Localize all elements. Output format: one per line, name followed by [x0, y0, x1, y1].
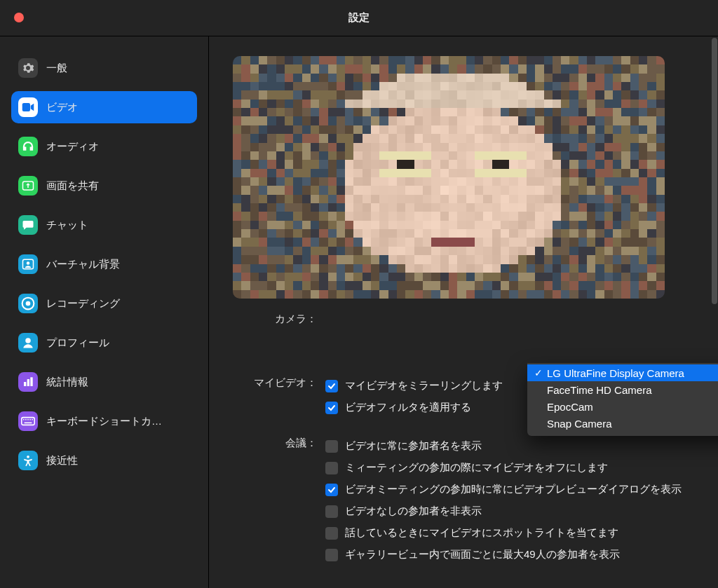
camera-dropdown-option-label: EpocCam: [547, 401, 593, 413]
share-icon: [18, 176, 38, 196]
svg-point-6: [25, 338, 31, 343]
sidebar-item-record[interactable]: レコーディング: [11, 287, 197, 320]
meeting-option-checkbox[interactable]: [325, 549, 338, 561]
close-window-button[interactable]: [14, 13, 24, 22]
svg-point-3: [27, 261, 30, 265]
sidebar-item-label: キーボードショートカ…: [46, 415, 162, 428]
sidebar-item-label: バーチャル背景: [46, 258, 120, 271]
myvideo-option-label: ビデオフィルタを適用する: [345, 401, 471, 414]
camera-dropdown-option[interactable]: ✓LG UltraFine Display Camera: [527, 364, 718, 381]
svg-point-17: [27, 456, 29, 458]
sidebar-item-gear[interactable]: 一般: [11, 52, 197, 84]
scrollbar-thumb[interactable]: [712, 38, 717, 304]
meeting-option-row[interactable]: 話しているときにマイビデオにスポットライトを当てます: [325, 522, 694, 544]
svg-rect-8: [27, 379, 29, 386]
sidebar-item-stats[interactable]: 統計情報: [11, 366, 197, 398]
svg-rect-0: [22, 103, 30, 111]
camera-dropdown-option-label: Snap Camera: [547, 418, 612, 430]
svg-point-5: [26, 301, 31, 306]
meeting-option-row[interactable]: ミィーティングの参加の際にマイビデオをオフにします: [325, 457, 694, 479]
meeting-option-label: ビデオミーティングの参加時に常にビデオプレビューダイアログを表示: [345, 483, 682, 496]
camera-dropdown-option[interactable]: Snap Camera: [527, 415, 718, 432]
camera-dropdown-menu[interactable]: ✓LG UltraFine Display CameraFaceTime HD …: [527, 363, 718, 436]
meeting-option-label: ビデオに常に参加者名を表示: [345, 439, 482, 453]
sidebar-item-profile[interactable]: プロフィール: [11, 327, 197, 359]
profile-icon: [18, 333, 38, 353]
myvideo-option-checkbox[interactable]: [325, 380, 338, 392]
svg-rect-9: [30, 377, 32, 386]
sidebar-item-label: 統計情報: [46, 376, 88, 389]
svg-rect-16: [25, 423, 32, 424]
main-pane: カメラ： マイビデオ： マイビデオをミラーリングしますビデオフィルタを適用する …: [209, 36, 718, 588]
sidebar-item-keyboard[interactable]: キーボードショートカ…: [11, 405, 197, 437]
camera-dropdown-option-label: FaceTime HD Camera: [547, 384, 651, 396]
meeting-option-label: ミィーティングの参加の際にマイビデオをオフにします: [345, 461, 608, 474]
meeting-option-label: 話しているときにマイビデオにスポットライトを当てます: [345, 526, 618, 540]
sidebar-item-label: チャット: [46, 219, 88, 232]
camera-dropdown-option-label: LG UltraFine Display Camera: [547, 367, 684, 379]
sidebar-item-label: 接近性: [46, 454, 78, 467]
gear-icon: [18, 58, 38, 78]
accessibility-icon: [18, 451, 38, 470]
sidebar-item-label: ビデオ: [46, 101, 78, 114]
myvideo-option-label: マイビデオをミラーリングします: [345, 379, 503, 392]
camera-label: カメラ：: [233, 311, 317, 326]
scrollbar[interactable]: [712, 36, 717, 588]
stats-icon: [18, 372, 38, 392]
svg-rect-7: [24, 382, 26, 386]
video-preview: [233, 56, 665, 299]
meeting-option-checkbox[interactable]: [325, 462, 338, 474]
headset-icon: [18, 137, 38, 156]
traffic-lights: [14, 13, 24, 22]
sidebar-item-label: プロフィール: [46, 336, 109, 350]
sidebar-item-user-bg[interactable]: バーチャル背景: [11, 248, 197, 280]
myvideo-option-checkbox[interactable]: [325, 402, 338, 414]
check-icon: ✓: [534, 367, 544, 378]
sidebar-item-headset[interactable]: オーディオ: [11, 130, 197, 163]
sidebar-item-label: オーディオ: [46, 140, 99, 153]
svg-rect-12: [25, 419, 27, 421]
svg-rect-10: [22, 418, 34, 425]
keyboard-icon: [18, 411, 38, 431]
sidebar-item-label: レコーディング: [46, 297, 120, 310]
svg-rect-14: [29, 419, 31, 421]
sidebar-item-label: 画面を共有: [46, 179, 99, 193]
camera-dropdown-option[interactable]: FaceTime HD Camera: [527, 381, 718, 398]
sidebar-item-label: 一般: [46, 62, 67, 75]
meeting-option-row[interactable]: ギャラリービュー内で画面ごとに最大49人の参加者を表示: [325, 544, 694, 566]
sidebar: 一般ビデオオーディオ画面を共有チャットバーチャル背景レコーディングプロフィール統…: [0, 36, 209, 588]
record-icon: [18, 294, 38, 313]
meeting-option-row[interactable]: ビデオなしの参加者を非表示: [325, 500, 694, 522]
svg-rect-11: [23, 419, 25, 421]
meeting-option-checkbox[interactable]: [325, 440, 338, 453]
sidebar-item-chat[interactable]: チャット: [11, 209, 197, 241]
window-title: 設定: [0, 11, 718, 25]
svg-rect-13: [27, 419, 29, 421]
meeting-label: 会議：: [233, 435, 317, 450]
meeting-option-row[interactable]: ビデオミーティングの参加時に常にビデオプレビューダイアログを表示: [325, 479, 694, 500]
chat-icon: [18, 215, 38, 235]
meeting-option-checkbox[interactable]: [325, 484, 338, 496]
sidebar-item-video[interactable]: ビデオ: [11, 91, 197, 123]
camera-dropdown-option[interactable]: EpocCam: [527, 398, 718, 415]
myvideo-label: マイビデオ：: [233, 375, 317, 390]
meeting-option-label: ビデオなしの参加者を非表示: [345, 505, 482, 518]
sidebar-item-accessibility[interactable]: 接近性: [11, 444, 197, 477]
meeting-option-row[interactable]: ビデオに常に参加者名を表示: [325, 435, 694, 457]
meeting-option-label: ギャラリービュー内で画面ごとに最大49人の参加者を表示: [345, 548, 620, 561]
video-icon: [18, 97, 38, 117]
svg-rect-15: [32, 419, 33, 421]
user-bg-icon: [18, 254, 38, 274]
sidebar-item-share[interactable]: 画面を共有: [11, 170, 197, 202]
meeting-option-checkbox[interactable]: [325, 505, 338, 518]
meeting-option-checkbox[interactable]: [325, 527, 338, 540]
titlebar: 設定: [0, 0, 718, 36]
